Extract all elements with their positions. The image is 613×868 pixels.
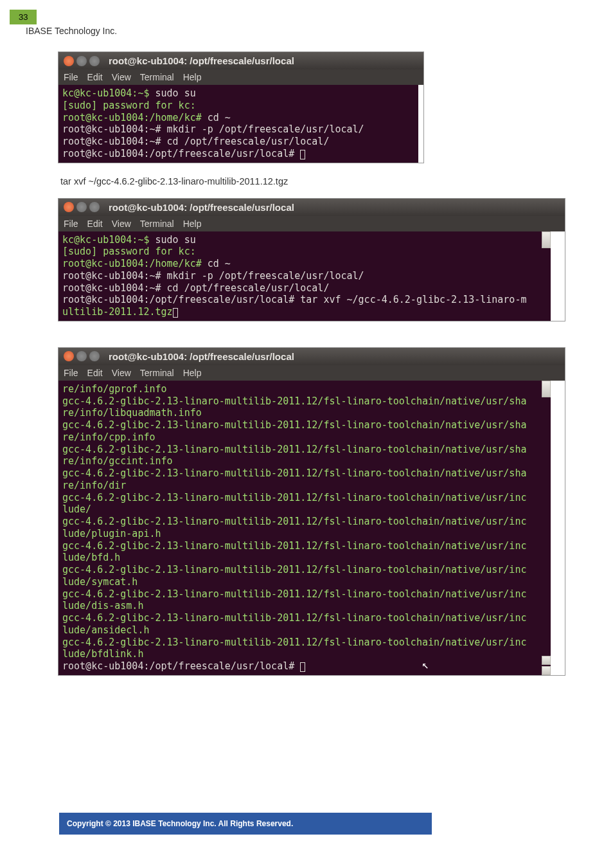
menu-file[interactable]: File <box>64 368 78 378</box>
minimize-icon[interactable] <box>76 202 87 212</box>
prompt: root@kc-ub1004:/opt/freescale/usr/local# <box>62 660 300 672</box>
window-title: root@kc-ub1004: /opt/freescale/usr/local <box>109 202 294 213</box>
maximize-icon[interactable] <box>89 351 100 361</box>
menu-view[interactable]: View <box>112 72 131 82</box>
output-line: [sudo] password for kc: <box>62 100 196 111</box>
page-number-tab: 33 <box>10 10 37 24</box>
menu-help[interactable]: Help <box>183 368 202 378</box>
menu-terminal[interactable]: Terminal <box>140 72 174 82</box>
tar-output: re/info/gprof.info gcc-4.6.2-glibc-2.13-… <box>62 383 526 660</box>
titlebar: root@kc-ub1004: /opt/freescale/usr/local <box>58 52 423 69</box>
company-name: IBASE Technology Inc. <box>26 26 117 36</box>
window-title: root@kc-ub1004: /opt/freescale/usr/local <box>109 351 294 362</box>
mouse-pointer-icon: ↖ <box>422 658 429 673</box>
menu-help[interactable]: Help <box>183 72 202 82</box>
cursor-icon <box>300 662 305 672</box>
titlebar: root@kc-ub1004: /opt/freescale/usr/local <box>58 199 565 216</box>
command: mkdir -p /opt/freescale/usr/local/ <box>167 270 364 282</box>
doc-instruction: tar xvf ~/gcc-4.6.2-glibc-2.13-linaro-mu… <box>60 176 572 186</box>
window-controls <box>64 351 100 361</box>
cursor-icon <box>300 150 305 159</box>
command: cd ~ <box>208 112 231 123</box>
minimize-icon[interactable] <box>76 56 87 66</box>
menu-file[interactable]: File <box>64 219 78 229</box>
command: cd /opt/freescale/usr/local/ <box>167 282 330 294</box>
command: cd ~ <box>208 258 231 269</box>
command: sudo su <box>155 87 196 99</box>
menu-terminal[interactable]: Terminal <box>140 368 174 378</box>
terminal-window-3: root@kc-ub1004: /opt/freescale/usr/local… <box>58 347 565 676</box>
command: cd /opt/freescale/usr/local/ <box>167 136 330 147</box>
close-icon[interactable] <box>64 351 74 361</box>
menubar: FileEditViewTerminalHelp <box>58 365 565 381</box>
prompt: root@kc-ub1004:~# <box>62 123 167 135</box>
terminal-output[interactable]: re/info/gprof.info gcc-4.6.2-glibc-2.13-… <box>58 381 551 675</box>
close-icon[interactable] <box>64 56 74 66</box>
terminal-output[interactable]: kc@kc-ub1004:~$ sudo su [sudo] password … <box>58 85 418 163</box>
scrollbar-thumb[interactable] <box>542 231 551 248</box>
prompt: root@kc-ub1004:/home/kc# <box>62 112 208 123</box>
output-line: [sudo] password for kc: <box>62 246 196 257</box>
command: tar xvf ~/gcc-4.6.2-glibc-2.13-linaro-m <box>300 294 526 305</box>
prompt: root@kc-ub1004:/opt/freescale/usr/local# <box>62 148 300 159</box>
output-line: ultilib-2011.12.tgz <box>62 306 173 318</box>
prompt: kc@kc-ub1004:~$ <box>62 234 155 246</box>
prompt: root@kc-ub1004:/opt/freescale/usr/local# <box>62 294 300 305</box>
menu-edit[interactable]: Edit <box>87 368 103 378</box>
menu-edit[interactable]: Edit <box>87 219 103 229</box>
menu-edit[interactable]: Edit <box>87 72 103 82</box>
menubar: FileEditViewTerminalHelp <box>58 69 423 85</box>
maximize-icon[interactable] <box>89 202 100 212</box>
menu-view[interactable]: View <box>112 219 131 229</box>
window-title: root@kc-ub1004: /opt/freescale/usr/local <box>109 55 294 66</box>
page-content: root@kc-ub1004: /opt/freescale/usr/local… <box>58 51 572 689</box>
menu-terminal[interactable]: Terminal <box>140 219 174 229</box>
minimize-icon[interactable] <box>76 351 87 361</box>
terminal-window-2: root@kc-ub1004: /opt/freescale/usr/local… <box>58 198 565 321</box>
prompt: kc@kc-ub1004:~$ <box>62 87 155 99</box>
prompt: root@kc-ub1004:/home/kc# <box>62 258 208 269</box>
close-icon[interactable] <box>64 202 74 212</box>
prompt: root@kc-ub1004:~# <box>62 282 167 294</box>
menu-help[interactable]: Help <box>183 219 202 229</box>
prompt: root@kc-ub1004:~# <box>62 270 167 282</box>
prompt: root@kc-ub1004:~# <box>62 136 167 147</box>
cursor-icon <box>173 308 178 318</box>
menu-file[interactable]: File <box>64 72 78 82</box>
titlebar: root@kc-ub1004: /opt/freescale/usr/local <box>58 348 565 365</box>
footer-copyright: Copyright © 2013 IBASE Technology Inc. A… <box>59 813 432 835</box>
maximize-icon[interactable] <box>89 56 100 66</box>
terminal-window-1: root@kc-ub1004: /opt/freescale/usr/local… <box>58 51 424 163</box>
command: sudo su <box>155 234 196 246</box>
menu-view[interactable]: View <box>112 368 131 378</box>
scrollbar-thumb[interactable] <box>542 381 551 397</box>
scrollbar-bottom[interactable] <box>542 649 551 675</box>
menubar: FileEditViewTerminalHelp <box>58 216 565 231</box>
window-controls <box>64 202 100 212</box>
terminal-output[interactable]: kc@kc-ub1004:~$ sudo su [sudo] password … <box>58 231 551 321</box>
command: mkdir -p /opt/freescale/usr/local/ <box>167 123 364 135</box>
window-controls <box>64 56 100 66</box>
